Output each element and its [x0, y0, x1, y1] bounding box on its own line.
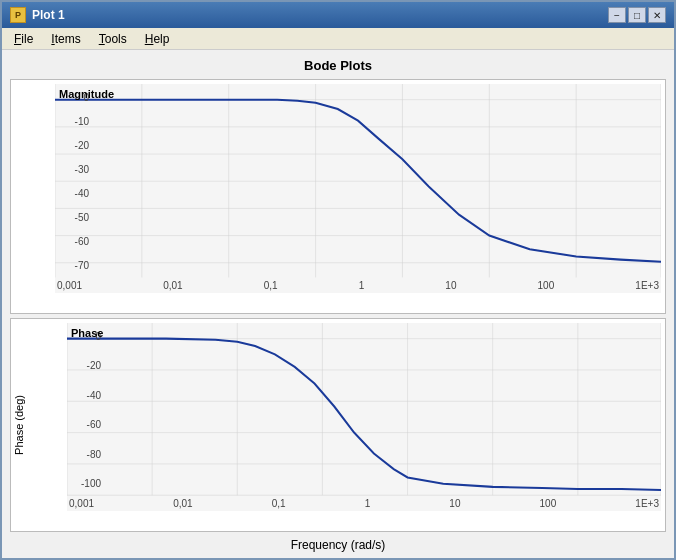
- title-bar: P Plot 1 − □ ✕: [2, 2, 674, 28]
- minimize-button[interactable]: −: [608, 7, 626, 23]
- close-button[interactable]: ✕: [648, 7, 666, 23]
- phase-xtick-0: 0,001: [69, 498, 94, 509]
- menu-bar: File Items Tools Help: [2, 28, 674, 50]
- title-bar-left: P Plot 1: [10, 7, 65, 23]
- mag-ytick-1: -10: [55, 116, 91, 127]
- magnitude-chart-bg: Magnitude: [55, 84, 661, 293]
- magnitude-chart-inner: Magnitude: [15, 80, 665, 313]
- plot-title: Bode Plots: [10, 58, 666, 73]
- x-axis-label: Frequency (rad/s): [10, 536, 666, 554]
- mag-ytick-3: -30: [55, 164, 91, 175]
- magnitude-chart-container: Magnitude: [10, 79, 666, 314]
- maximize-button[interactable]: □: [628, 7, 646, 23]
- mag-ytick-7: -70: [55, 260, 91, 271]
- menu-help[interactable]: Help: [137, 30, 178, 48]
- phase-xtick-2: 0,1: [272, 498, 286, 509]
- window-icon: P: [10, 7, 26, 23]
- mag-ytick-6: -60: [55, 236, 91, 247]
- mag-xtick-0: 0,001: [57, 280, 82, 291]
- mag-xtick-5: 100: [538, 280, 555, 291]
- window-title: Plot 1: [32, 8, 65, 22]
- phase-ytick-4: -80: [67, 449, 103, 460]
- mag-xtick-2: 0,1: [264, 280, 278, 291]
- phase-ytick-1: -20: [67, 360, 103, 371]
- title-buttons: − □ ✕: [608, 7, 666, 23]
- mag-xtick-1: 0,01: [163, 280, 182, 291]
- phase-xtick-3: 1: [365, 498, 371, 509]
- menu-tools[interactable]: Tools: [91, 30, 135, 48]
- mag-xtick-4: 10: [445, 280, 456, 291]
- phase-xtick-1: 0,01: [173, 498, 192, 509]
- menu-items[interactable]: Items: [43, 30, 88, 48]
- magnitude-grid-svg: [55, 84, 661, 293]
- mag-xtick-3: 1: [359, 280, 365, 291]
- phase-y-axis-label: Phase (deg): [11, 319, 27, 531]
- phase-chart-container: Phase (deg) Phase: [10, 318, 666, 532]
- phase-xtick-5: 100: [540, 498, 557, 509]
- phase-ytick-5: -100: [67, 478, 103, 489]
- main-window: P Plot 1 − □ ✕ File Items Tools Help Bod…: [0, 0, 676, 560]
- phase-grid-svg: [67, 323, 661, 511]
- mag-ytick-4: -40: [55, 188, 91, 199]
- phase-label: Phase: [71, 327, 103, 339]
- phase-chart-inner: Phase: [27, 319, 665, 531]
- magnitude-label: Magnitude: [59, 88, 114, 100]
- phase-ytick-2: -40: [67, 390, 103, 401]
- phase-xtick-6: 1E+3: [635, 498, 659, 509]
- phase-ytick-3: -60: [67, 419, 103, 430]
- mag-ytick-5: -50: [55, 212, 91, 223]
- mag-ytick-2: -20: [55, 140, 91, 151]
- mag-xtick-6: 1E+3: [635, 280, 659, 291]
- phase-xtick-4: 10: [449, 498, 460, 509]
- menu-file[interactable]: File: [6, 30, 41, 48]
- plot-area: Bode Plots Magnitude: [2, 50, 674, 558]
- phase-chart-bg: Phase: [67, 323, 661, 511]
